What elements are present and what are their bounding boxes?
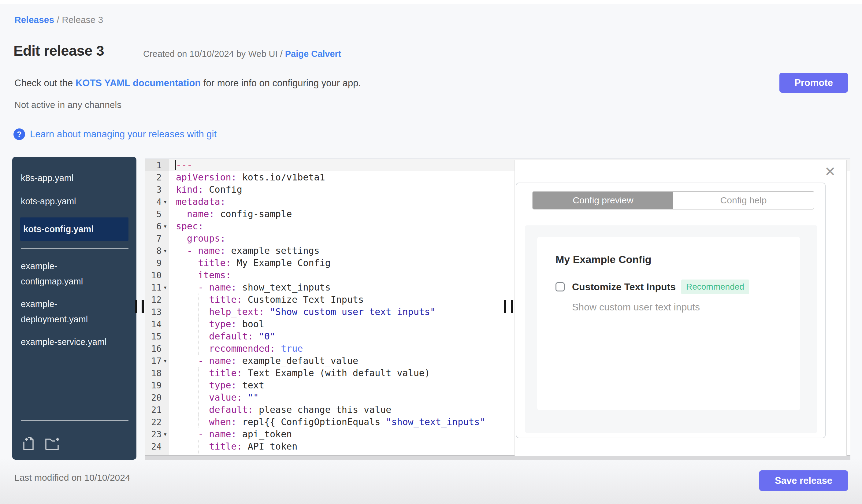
line-number-gutter: 16 [145,343,169,355]
line-number-gutter: 21 [145,404,169,416]
new-folder-icon [45,437,61,451]
file-tree-sidebar: k8s-app.yamlkots-app.yamlkots-config.yam… [12,157,136,460]
close-icon[interactable]: ✕ [824,165,836,178]
config-item-label: Customize Text Inputs [572,281,676,293]
new-file-icon [22,437,36,451]
workspace: k8s-app.yamlkots-app.yamlkots-config.yam… [0,157,862,460]
recommended-badge: Recommended [681,279,749,294]
breadcrumb-current: Release 3 [62,15,103,25]
kots-yaml-doc-link[interactable]: KOTS YAML documentation [76,78,201,88]
channel-status: Not active in any channels [14,100,121,110]
line-number-gutter: 11▾ [145,281,169,294]
customize-text-inputs-checkbox[interactable] [556,282,565,291]
line-number-gutter: 17▾ [145,355,169,367]
line-number-gutter: 22 [145,416,169,428]
line-number-gutter: 3 [145,184,169,196]
file-tree-footer [21,420,129,460]
sidebar-resize-handle[interactable] [135,300,144,313]
config-item-help-text: Show custom user text inputs [572,302,782,313]
text-cursor [175,160,176,170]
line-number-gutter: 9 [145,257,169,269]
doc-line: Check out the KOTS YAML documentation fo… [14,78,361,89]
fold-arrow-icon[interactable]: ▾ [161,284,169,291]
line-number-gutter: 20 [145,392,169,404]
line-number-gutter: 7 [145,233,169,245]
file-tree-divider [21,248,129,249]
config-group-card: My Example Config Customize Text Inputs … [537,237,800,410]
created-text: Created on 10/10/2024 by Web UI / [143,49,285,59]
config-tabs: Config preview Config help [532,191,814,210]
file-item[interactable]: example-service.yaml [21,334,113,349]
file-item[interactable]: kots-config.yaml [20,217,129,241]
fold-arrow-icon[interactable]: ▾ [161,358,169,364]
config-group-title: My Example Config [556,253,782,265]
line-number-gutter: 10 [145,269,169,281]
line-number-gutter: 5 [145,208,169,220]
line-number-gutter: 19 [145,379,169,392]
fold-arrow-icon[interactable]: ▾ [161,223,169,230]
doc-line-post: for more info on configuring your app. [201,78,361,88]
preview-card: Config preview Config help My Example Co… [516,183,826,438]
line-number-gutter: 23▾ [145,428,169,440]
last-modified-text: Last modified on 10/10/2024 [14,473,130,483]
top-strip [0,0,862,4]
fold-arrow-icon[interactable]: ▾ [161,431,169,438]
preview-content-area: My Example Config Customize Text Inputs … [525,225,817,433]
created-author-link[interactable]: Paige Calvert [285,49,341,59]
promote-button[interactable]: Promote [780,73,848,93]
breadcrumb-releases-link[interactable]: Releases [14,15,54,25]
file-list-top: k8s-app.yamlkots-app.yamlkots-config.yam… [12,157,136,349]
panel-resize-handle[interactable] [504,300,513,313]
file-item[interactable]: example-deployment.yaml [21,296,113,327]
config-preview-panel: ✕ Config preview Config help My Example … [514,160,847,456]
file-item[interactable]: example-configmap.yaml [21,258,113,289]
line-number-gutter: 13 [145,306,169,318]
tab-config-preview[interactable]: Config preview [533,192,673,209]
breadcrumb-separator: / [54,15,62,25]
line-number-gutter: 12 [145,294,169,306]
line-number-gutter: 1 [145,159,169,171]
editor-bottom-scrollbar[interactable] [145,455,850,460]
tab-config-help[interactable]: Config help [673,192,814,209]
line-number-gutter: 2 [145,171,169,184]
file-tree-footer-divider [21,420,129,421]
line-number-gutter: 6▾ [145,220,169,233]
line-number-gutter: 15 [145,330,169,343]
question-icon[interactable]: ? [13,129,25,140]
file-item[interactable]: kots-app.yaml [21,194,113,208]
doc-line-pre: Check out the [14,78,76,88]
page-title: Edit release 3 [13,42,104,59]
line-number-gutter: 14 [145,318,169,330]
line-number-gutter: 25 [145,453,169,455]
line-number-gutter: 18 [145,367,169,379]
breadcrumb: Releases / Release 3 [14,15,103,25]
file-item[interactable]: k8s-app.yaml [21,171,113,185]
fold-arrow-icon[interactable]: ▾ [161,248,169,254]
line-number-gutter: 24 [145,440,169,453]
created-line: Created on 10/10/2024 by Web UI / Paige … [143,49,341,59]
new-folder-button[interactable] [45,437,61,452]
save-release-button[interactable]: Save release [759,470,848,491]
config-item-row: Customize Text Inputs Recommended [556,279,782,294]
fold-arrow-icon[interactable]: ▾ [161,199,169,205]
git-help-link[interactable]: Learn about managing your releases with … [30,129,217,140]
new-file-button[interactable] [22,437,36,452]
git-help-row[interactable]: ? Learn about managing your releases wit… [13,129,217,140]
line-number-gutter: 4▾ [145,196,169,208]
line-number-gutter: 8▾ [145,245,169,257]
